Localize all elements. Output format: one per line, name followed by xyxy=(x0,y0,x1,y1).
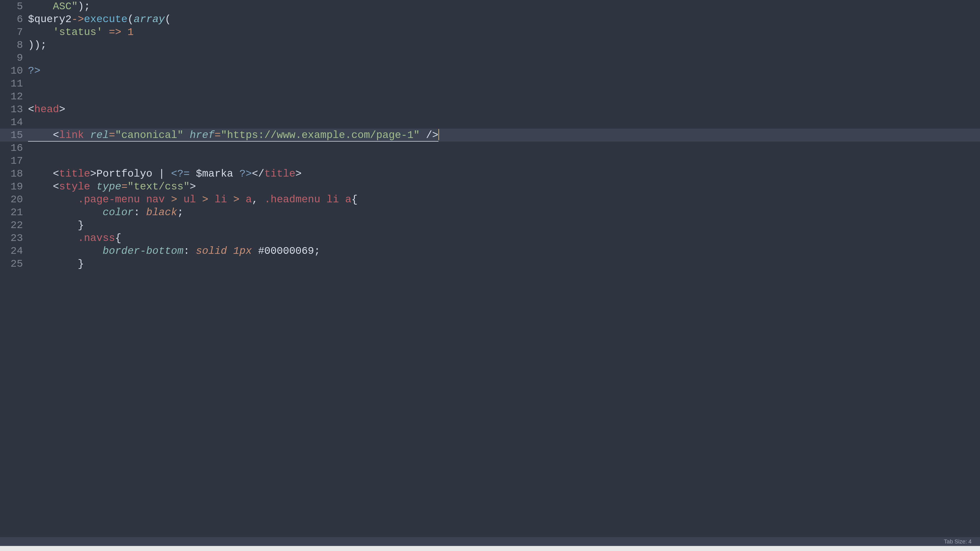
code-line[interactable]: 20 .page-menu nav > ul > li > a, .headme… xyxy=(0,193,980,206)
code-line[interactable]: 9 xyxy=(0,51,980,64)
line-number: 11 xyxy=(0,77,28,90)
line-number: 7 xyxy=(0,26,28,39)
code-line[interactable]: 7 'status' => 1 xyxy=(0,26,980,39)
code-line[interactable]: 23 .navss{ xyxy=(0,232,980,245)
line-number: 13 xyxy=(0,103,28,116)
line-number: 18 xyxy=(0,167,28,180)
line-number: 20 xyxy=(0,193,28,206)
code-content[interactable]: <title>Portfolyo | <?= $marka ?></title> xyxy=(28,167,980,180)
code-content[interactable]: $query2->execute(array( xyxy=(28,13,980,26)
line-number: 19 xyxy=(0,180,28,193)
line-number: 24 xyxy=(0,245,28,257)
code-line[interactable]: 10?> xyxy=(0,64,980,77)
code-line[interactable]: 6$query2->execute(array( xyxy=(0,13,980,26)
code-content[interactable]: <style type="text/css"> xyxy=(28,180,980,193)
code-line[interactable]: 22 } xyxy=(0,219,980,232)
code-content[interactable]: .page-menu nav > ul > li > a, .headmenu … xyxy=(28,193,980,206)
code-line[interactable]: 25 } xyxy=(0,257,980,270)
line-number: 12 xyxy=(0,90,28,103)
line-number: 5 xyxy=(0,0,28,13)
code-line[interactable]: 18 <title>Portfolyo | <?= $marka ?></tit… xyxy=(0,167,980,180)
code-content[interactable] xyxy=(28,116,980,129)
os-taskbar[interactable] xyxy=(0,546,980,551)
code-line[interactable]: 17 xyxy=(0,154,980,167)
code-line[interactable]: 16 xyxy=(0,141,980,154)
code-line[interactable]: 13<head> xyxy=(0,103,980,116)
code-content[interactable] xyxy=(28,141,980,154)
line-number: 8 xyxy=(0,39,28,51)
code-content[interactable]: color: black; xyxy=(28,206,980,219)
code-content[interactable]: 'status' => 1 xyxy=(28,26,980,39)
code-content[interactable]: ASC"); xyxy=(28,0,980,13)
code-line[interactable]: 21 color: black; xyxy=(0,206,980,219)
code-line[interactable]: 19 <style type="text/css"> xyxy=(0,180,980,193)
line-number: 23 xyxy=(0,232,28,245)
line-number: 10 xyxy=(0,64,28,77)
code-content[interactable]: <link rel="canonical" href="https://www.… xyxy=(28,129,980,141)
line-number: 21 xyxy=(0,206,28,219)
line-number: 14 xyxy=(0,116,28,129)
status-bar: Tab Size: 4 xyxy=(0,537,980,546)
code-line[interactable]: 15 <link rel="canonical" href="https://w… xyxy=(0,129,980,141)
code-content[interactable]: border-bottom: solid 1px #00000069; xyxy=(28,245,980,257)
code-content[interactable]: )); xyxy=(28,39,980,51)
code-content[interactable]: <head> xyxy=(28,103,980,116)
code-editor[interactable]: 5 ASC");6$query2->execute(array(7 'statu… xyxy=(0,0,980,537)
text-cursor xyxy=(439,129,439,140)
code-line[interactable]: 12 xyxy=(0,90,980,103)
line-number: 22 xyxy=(0,219,28,232)
code-line[interactable]: 24 border-bottom: solid 1px #00000069; xyxy=(0,245,980,257)
line-number: 9 xyxy=(0,51,28,64)
code-area[interactable]: 5 ASC");6$query2->execute(array(7 'statu… xyxy=(0,0,980,537)
line-number: 6 xyxy=(0,13,28,26)
code-content[interactable] xyxy=(28,77,980,90)
code-line[interactable]: 11 xyxy=(0,77,980,90)
code-content[interactable] xyxy=(28,90,980,103)
line-number: 25 xyxy=(0,257,28,270)
tab-size-indicator[interactable]: Tab Size: 4 xyxy=(944,538,972,545)
line-number: 16 xyxy=(0,141,28,154)
line-number: 15 xyxy=(0,129,28,141)
code-content[interactable]: .navss{ xyxy=(28,232,980,245)
line-number: 17 xyxy=(0,154,28,167)
code-line[interactable]: 8)); xyxy=(0,39,980,51)
code-content[interactable]: } xyxy=(28,219,980,232)
code-line[interactable]: 5 ASC"); xyxy=(0,0,980,13)
code-content[interactable] xyxy=(28,51,980,64)
code-content[interactable]: ?> xyxy=(28,64,980,77)
code-content[interactable] xyxy=(28,154,980,167)
code-line[interactable]: 14 xyxy=(0,116,980,129)
code-content[interactable]: } xyxy=(28,257,980,270)
